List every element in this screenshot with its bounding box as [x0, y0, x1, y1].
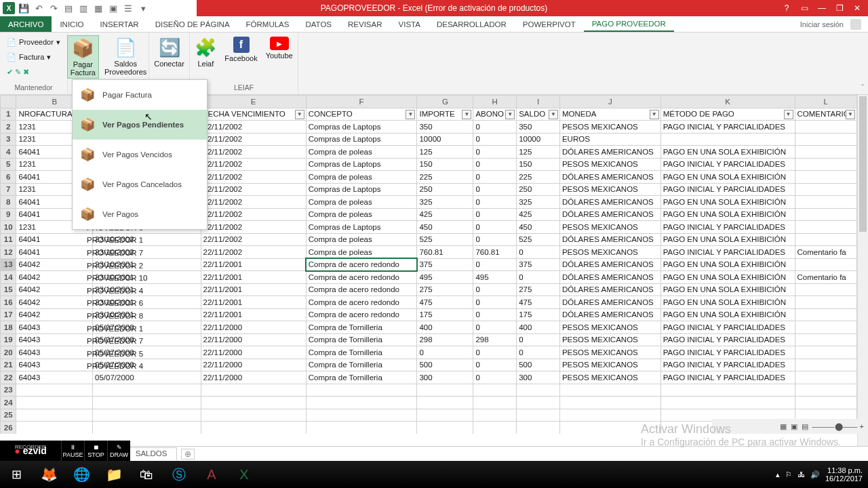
tray-network-icon[interactable]: 🖧 — [797, 470, 805, 479]
cell[interactable]: EUROS — [559, 133, 660, 146]
cell[interactable]: 22/11/2001 — [201, 258, 306, 271]
cell[interactable]: 23/10/2001 — [93, 271, 201, 284]
column-header[interactable]: E — [201, 96, 306, 108]
cell[interactable]: 425 — [517, 208, 560, 221]
cell[interactable]: 05/07/2000 — [93, 359, 201, 371]
skype-icon[interactable]: Ⓢ — [163, 461, 195, 488]
pagar-factura-button[interactable]: 📦 Pagar Factura — [67, 35, 99, 79]
cell[interactable]: 0 — [517, 333, 560, 346]
cell[interactable] — [517, 422, 560, 434]
dropdown-item-ver-pagos-vencidos[interactable]: 📦Ver Pagos Vencidos — [73, 140, 207, 169]
leiaf-button[interactable]: 🧩 Leiaf — [192, 35, 219, 69]
ribbon-tab-diseño-de-página[interactable]: DISEÑO DE PÁGINA — [147, 16, 238, 32]
cell[interactable]: 450 — [417, 221, 473, 234]
cell[interactable]: PAGO EN UNA SOLA EXHIBICIÓN — [660, 196, 795, 209]
cell[interactable] — [306, 396, 417, 409]
cell[interactable]: 400 — [517, 321, 560, 334]
cell[interactable]: 64042 — [16, 308, 93, 321]
row-header[interactable]: 8 — [1, 196, 16, 209]
cell[interactable]: DÓLARES AMERICANOS — [559, 233, 660, 246]
cell[interactable]: DÓLARES AMERICANOS — [559, 296, 660, 309]
cell[interactable]: 0 — [473, 171, 517, 184]
row-header[interactable]: 6 — [1, 171, 16, 184]
filter-dropdown-icon[interactable]: ▼ — [549, 110, 558, 119]
save-icon[interactable]: 💾 — [18, 2, 30, 14]
cell[interactable]: Compras de Laptops — [306, 133, 417, 146]
ribbon-tab-insertar[interactable]: INSERTAR — [92, 16, 147, 32]
row-header[interactable]: 7 — [1, 183, 16, 196]
cell[interactable]: PAGO EN UNA SOLA EXHIBICIÓN — [660, 208, 795, 221]
cell[interactable] — [517, 409, 560, 422]
cell[interactable] — [93, 409, 201, 422]
cell[interactable]: Compras de Laptops — [306, 183, 417, 196]
cell[interactable]: PAGO EN UNA SOLA EXHIBICIÓN — [660, 258, 795, 271]
cell[interactable]: 175 — [517, 308, 560, 321]
cell[interactable] — [660, 396, 795, 409]
open-icon[interactable]: ▥ — [77, 2, 90, 14]
cell[interactable]: PAGO EN UNA SOLA EXHIBICIÓN — [660, 283, 795, 296]
cell[interactable] — [306, 422, 417, 434]
cell[interactable]: 375 — [517, 258, 560, 271]
cell[interactable]: PESOS MEXICANOS — [559, 221, 660, 234]
dropdown-item-ver-pagos-cancelados[interactable]: 📦Ver Pagos Cancelados — [73, 169, 207, 199]
cell[interactable] — [795, 196, 857, 209]
filter-dropdown-icon[interactable]: ▼ — [505, 110, 515, 119]
cell[interactable]: Compra de acero redondo — [306, 296, 417, 309]
cell[interactable]: PAGO INICIAL Y PARCIALIDADES — [660, 246, 795, 259]
filter-header[interactable]: SALDO▼ — [517, 108, 560, 121]
cell[interactable] — [417, 396, 473, 409]
cell[interactable]: DÓLARES AMERICANOS — [559, 271, 660, 284]
cell[interactable]: 22/11/2002 — [201, 133, 306, 146]
cell[interactable] — [795, 321, 857, 334]
column-header[interactable]: J — [559, 96, 660, 108]
cell[interactable] — [559, 396, 660, 409]
cell[interactable] — [660, 133, 795, 146]
vertical-scrollbar[interactable] — [857, 95, 868, 446]
cell[interactable]: 525 — [517, 233, 560, 246]
cell[interactable]: PAGO INICIAL Y PARCIALIDADES — [660, 359, 795, 371]
row-header[interactable]: 12 — [1, 246, 16, 259]
cell[interactable] — [795, 346, 857, 359]
ribbon-tab-powerpivot[interactable]: POWERPIVOT — [515, 16, 584, 32]
cell[interactable] — [306, 384, 417, 396]
filter-header[interactable]: ABONO▼ — [473, 108, 517, 121]
cell[interactable]: 22/11/2000 — [201, 333, 306, 346]
cell[interactable]: 275 — [517, 283, 560, 296]
cell[interactable]: 325 — [517, 196, 560, 209]
row-header[interactable]: 23 — [1, 384, 16, 396]
store-icon[interactable]: 🛍 — [130, 461, 163, 488]
cell[interactable]: 23/10/2002 — [93, 233, 201, 246]
cell[interactable]: 250 — [517, 183, 560, 196]
cell[interactable]: 0 — [517, 346, 560, 359]
filter-dropdown-icon[interactable]: ▼ — [406, 110, 415, 119]
cell[interactable]: 0 — [517, 271, 560, 284]
cell[interactable] — [473, 396, 517, 409]
cell[interactable]: PESOS MEXICANOS — [559, 246, 660, 259]
cell[interactable]: 0 — [473, 196, 517, 209]
cell[interactable]: 64043 — [16, 359, 93, 371]
column-header[interactable]: G — [417, 96, 473, 108]
ribbon-tab-vista[interactable]: VISTA — [391, 16, 429, 32]
cell[interactable] — [517, 384, 560, 396]
row-header[interactable]: 4 — [1, 146, 16, 159]
cell[interactable]: PAGO INICIAL Y PARCIALIDADES — [660, 321, 795, 334]
ribbon-tab-revisar[interactable]: REVISAR — [340, 16, 391, 32]
cell[interactable]: 298 — [417, 333, 473, 346]
cell[interactable]: 22/11/2001 — [201, 283, 306, 296]
cell[interactable]: 64043 — [16, 371, 93, 384]
column-header[interactable]: I — [517, 96, 560, 108]
filter-header[interactable]: FECHA VENCIMIENTO▼ — [201, 108, 306, 121]
row-header[interactable]: 16 — [1, 296, 16, 309]
dropdown-item-ver-pagos[interactable]: 📦Ver Pagos — [73, 199, 207, 229]
column-header[interactable]: F — [306, 96, 417, 108]
cell[interactable] — [660, 384, 795, 396]
tray-sound-icon[interactable]: 🔊 — [810, 470, 820, 479]
cell[interactable] — [795, 158, 857, 171]
cell[interactable]: Compra de Tornilleria — [306, 359, 417, 371]
cell[interactable]: Compra de acero redondo — [306, 308, 417, 321]
cell[interactable]: 0 — [473, 258, 517, 271]
cell[interactable]: 64042 — [16, 283, 93, 296]
filter-header[interactable]: IMPORTE▼ — [417, 108, 473, 121]
cell[interactable]: DÓLARES AMERICANOS — [559, 171, 660, 184]
cell[interactable] — [93, 422, 201, 434]
